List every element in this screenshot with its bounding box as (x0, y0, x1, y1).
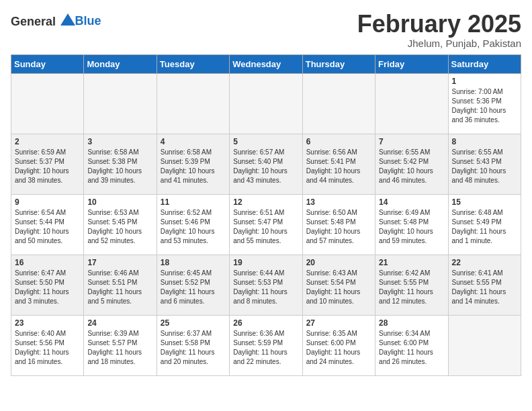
calendar-cell (448, 315, 521, 375)
day-number: 1 (452, 77, 517, 86)
calendar-cell: 19Sunrise: 6:44 AM Sunset: 5:53 PM Dayli… (230, 255, 302, 315)
day-info: Sunrise: 6:40 AM Sunset: 5:56 PM Dayligh… (15, 329, 80, 367)
calendar-cell: 22Sunrise: 6:41 AM Sunset: 5:55 PM Dayli… (448, 255, 521, 315)
day-info: Sunrise: 6:57 AM Sunset: 5:40 PM Dayligh… (233, 148, 298, 185)
calendar-cell: 27Sunrise: 6:35 AM Sunset: 6:00 PM Dayli… (302, 315, 375, 375)
day-info: Sunrise: 6:48 AM Sunset: 5:49 PM Dayligh… (452, 208, 517, 246)
calendar-cell: 11Sunrise: 6:52 AM Sunset: 5:46 PM Dayli… (157, 194, 229, 255)
day-info: Sunrise: 6:58 AM Sunset: 5:38 PM Dayligh… (87, 148, 152, 185)
day-info: Sunrise: 6:49 AM Sunset: 5:48 PM Dayligh… (379, 208, 444, 246)
day-info: Sunrise: 6:44 AM Sunset: 5:53 PM Dayligh… (233, 269, 298, 306)
day-number: 16 (15, 258, 80, 267)
day-info: Sunrise: 6:52 AM Sunset: 5:46 PM Dayligh… (161, 208, 226, 246)
weekday-header-monday: Monday (84, 54, 157, 73)
calendar-cell: 12Sunrise: 6:51 AM Sunset: 5:47 PM Dayli… (230, 194, 302, 255)
calendar-cell: 6Sunrise: 6:56 AM Sunset: 5:41 PM Daylig… (302, 134, 375, 194)
day-info: Sunrise: 6:36 AM Sunset: 5:59 PM Dayligh… (233, 329, 298, 367)
calendar-table: SundayMondayTuesdayWednesdayThursdayFrid… (11, 54, 521, 376)
day-number: 4 (161, 137, 226, 146)
day-number: 18 (161, 258, 226, 267)
day-info: Sunrise: 6:59 AM Sunset: 5:37 PM Dayligh… (15, 148, 80, 185)
calendar-cell: 3Sunrise: 6:58 AM Sunset: 5:38 PM Daylig… (84, 134, 157, 194)
day-number: 17 (87, 258, 152, 267)
week-row-2: 2Sunrise: 6:59 AM Sunset: 5:37 PM Daylig… (11, 134, 521, 194)
day-number: 25 (161, 318, 226, 328)
day-number: 13 (306, 197, 371, 207)
day-number: 12 (233, 197, 298, 207)
calendar-cell: 14Sunrise: 6:49 AM Sunset: 5:48 PM Dayli… (375, 194, 448, 255)
day-number: 26 (233, 318, 298, 328)
day-number: 11 (161, 197, 226, 207)
calendar-cell: 21Sunrise: 6:42 AM Sunset: 5:55 PM Dayli… (375, 255, 448, 315)
day-info: Sunrise: 6:41 AM Sunset: 5:55 PM Dayligh… (452, 269, 517, 306)
logo: General Blue (11, 13, 101, 29)
calendar-cell (84, 73, 157, 134)
day-number: 23 (15, 318, 80, 328)
day-info: Sunrise: 6:42 AM Sunset: 5:55 PM Dayligh… (379, 269, 444, 306)
weekday-header-saturday: Saturday (448, 54, 521, 73)
day-number: 19 (233, 258, 298, 267)
day-info: Sunrise: 6:50 AM Sunset: 5:48 PM Dayligh… (306, 208, 371, 246)
weekday-header-tuesday: Tuesday (157, 54, 229, 73)
calendar-cell: 5Sunrise: 6:57 AM Sunset: 5:40 PM Daylig… (230, 134, 302, 194)
calendar-cell: 2Sunrise: 6:59 AM Sunset: 5:37 PM Daylig… (11, 134, 84, 194)
calendar-cell: 13Sunrise: 6:50 AM Sunset: 5:48 PM Dayli… (302, 194, 375, 255)
calendar-cell: 28Sunrise: 6:34 AM Sunset: 6:00 PM Dayli… (375, 315, 448, 375)
day-info: Sunrise: 6:34 AM Sunset: 6:00 PM Dayligh… (379, 329, 444, 367)
header: General Blue February 2025 Jhelum, Punja… (11, 11, 521, 49)
day-info: Sunrise: 6:37 AM Sunset: 5:58 PM Dayligh… (161, 329, 226, 367)
svg-marker-0 (60, 13, 75, 26)
calendar-cell: 9Sunrise: 6:54 AM Sunset: 5:44 PM Daylig… (11, 194, 84, 255)
weekday-header-sunday: Sunday (11, 54, 84, 73)
day-number: 27 (306, 318, 371, 328)
calendar-cell: 8Sunrise: 6:55 AM Sunset: 5:43 PM Daylig… (448, 134, 521, 194)
day-number: 2 (15, 137, 80, 146)
calendar-cell (157, 73, 229, 134)
calendar-cell: 16Sunrise: 6:47 AM Sunset: 5:50 PM Dayli… (11, 255, 84, 315)
day-number: 7 (379, 137, 444, 146)
calendar-cell: 1Sunrise: 7:00 AM Sunset: 5:36 PM Daylig… (448, 73, 521, 134)
calendar-cell (230, 73, 302, 134)
calendar-cell: 20Sunrise: 6:43 AM Sunset: 5:54 PM Dayli… (302, 255, 375, 315)
day-number: 21 (379, 258, 444, 267)
day-info: Sunrise: 6:55 AM Sunset: 5:42 PM Dayligh… (379, 148, 444, 185)
title-section: February 2025 Jhelum, Punjab, Pakistan (357, 11, 521, 49)
day-info: Sunrise: 6:56 AM Sunset: 5:41 PM Dayligh… (306, 148, 371, 185)
weekday-header-wednesday: Wednesday (230, 54, 302, 73)
day-info: Sunrise: 6:51 AM Sunset: 5:47 PM Dayligh… (233, 208, 298, 246)
day-number: 3 (87, 137, 152, 146)
calendar-cell: 24Sunrise: 6:39 AM Sunset: 5:57 PM Dayli… (84, 315, 157, 375)
day-number: 24 (87, 318, 152, 328)
day-number: 9 (15, 197, 80, 207)
day-info: Sunrise: 6:43 AM Sunset: 5:54 PM Dayligh… (306, 269, 371, 306)
calendar-cell: 15Sunrise: 6:48 AM Sunset: 5:49 PM Dayli… (448, 194, 521, 255)
calendar-cell: 10Sunrise: 6:53 AM Sunset: 5:45 PM Dayli… (84, 194, 157, 255)
logo-icon (60, 13, 75, 26)
calendar-cell (375, 73, 448, 134)
calendar-cell: 7Sunrise: 6:55 AM Sunset: 5:42 PM Daylig… (375, 134, 448, 194)
calendar-cell: 17Sunrise: 6:46 AM Sunset: 5:51 PM Dayli… (84, 255, 157, 315)
calendar-cell: 25Sunrise: 6:37 AM Sunset: 5:58 PM Dayli… (157, 315, 229, 375)
weekday-header-friday: Friday (375, 54, 448, 73)
day-number: 22 (452, 258, 517, 267)
calendar-cell (11, 73, 84, 134)
day-info: Sunrise: 6:35 AM Sunset: 6:00 PM Dayligh… (306, 329, 371, 367)
day-number: 15 (452, 197, 517, 207)
week-row-4: 16Sunrise: 6:47 AM Sunset: 5:50 PM Dayli… (11, 255, 521, 315)
week-row-3: 9Sunrise: 6:54 AM Sunset: 5:44 PM Daylig… (11, 194, 521, 255)
day-info: Sunrise: 6:54 AM Sunset: 5:44 PM Dayligh… (15, 208, 80, 246)
day-number: 10 (87, 197, 152, 207)
week-row-1: 1Sunrise: 7:00 AM Sunset: 5:36 PM Daylig… (11, 73, 521, 134)
calendar-cell: 18Sunrise: 6:45 AM Sunset: 5:52 PM Dayli… (157, 255, 229, 315)
logo-general: General (11, 13, 75, 29)
day-info: Sunrise: 6:53 AM Sunset: 5:45 PM Dayligh… (87, 208, 152, 246)
day-info: Sunrise: 6:45 AM Sunset: 5:52 PM Dayligh… (161, 269, 226, 306)
day-number: 8 (452, 137, 517, 146)
calendar-subtitle: Jhelum, Punjab, Pakistan (357, 38, 521, 49)
day-info: Sunrise: 6:47 AM Sunset: 5:50 PM Dayligh… (15, 269, 80, 306)
calendar-cell (302, 73, 375, 134)
weekday-header-row: SundayMondayTuesdayWednesdayThursdayFrid… (11, 54, 521, 73)
day-info: Sunrise: 7:00 AM Sunset: 5:36 PM Dayligh… (452, 87, 517, 125)
day-number: 14 (379, 197, 444, 207)
day-number: 6 (306, 137, 371, 146)
